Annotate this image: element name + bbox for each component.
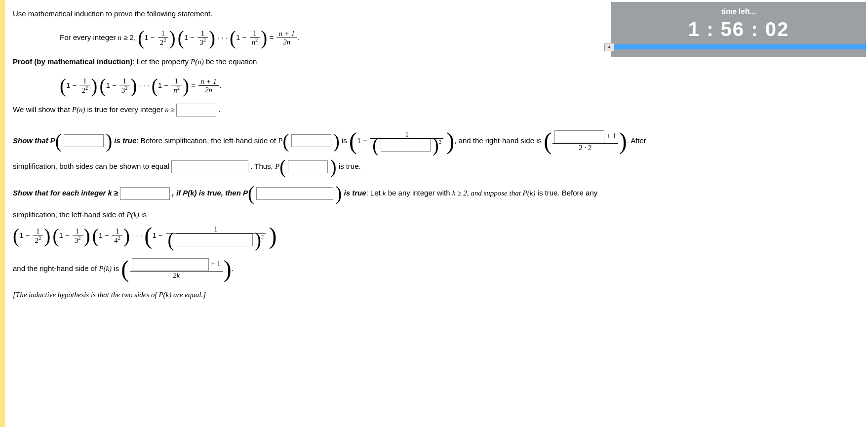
input-rhs-k-num[interactable] bbox=[132, 258, 209, 271]
inductive-rhs-line: and the right-hand side of P(k) is ( + 1… bbox=[13, 258, 862, 280]
show-that-p: Show that P bbox=[13, 136, 55, 144]
n1: 1 bbox=[144, 33, 148, 41]
paren: ( bbox=[178, 27, 184, 48]
frac: 1n2 bbox=[250, 29, 260, 47]
input-n-start[interactable] bbox=[176, 104, 216, 116]
input-base-p-arg1[interactable] bbox=[64, 134, 104, 147]
frac: 122 bbox=[158, 29, 168, 47]
base-case-line: Show that P( ) is true: Before simplific… bbox=[13, 130, 862, 152]
paren: ) bbox=[169, 27, 176, 48]
base-case-line-2: simplification, both sides can be shown … bbox=[13, 160, 862, 173]
txt: ≥ 2, bbox=[123, 33, 138, 41]
proof-intro: Proof (by mathematical induction): Let t… bbox=[13, 56, 862, 68]
proof-label: Proof (by mathematical induction) bbox=[13, 57, 133, 66]
show-for-all-line: We will show that P(n) is true for every… bbox=[13, 104, 862, 116]
accent-bar bbox=[0, 0, 5, 427]
pn-equation: (1 − 122) (1 − 132) · · · (1 − 1n2) = n … bbox=[60, 77, 862, 95]
frac: 132 bbox=[197, 29, 208, 47]
input-k-lower[interactable] bbox=[120, 187, 170, 200]
paren: ( bbox=[230, 27, 236, 48]
txt: For every integer bbox=[60, 33, 118, 41]
input-base-p-arg2[interactable] bbox=[291, 134, 331, 147]
inductive-lhs-expr: (1 − 122) (1 − 132) (1 − 142) · · · (1 −… bbox=[13, 225, 862, 247]
instruction: Use mathematical induction to prove the … bbox=[13, 8, 862, 20]
inductive-step-line: Show that for each integer k ≥ , if P(k)… bbox=[13, 187, 862, 200]
input-base-rhs-num[interactable] bbox=[554, 130, 604, 143]
inductive-hypothesis-note: [The inductive hypothesis is that the tw… bbox=[13, 289, 862, 301]
question-content: Use mathematical induction to prove the … bbox=[9, 0, 868, 310]
input-base-denom[interactable] bbox=[381, 139, 431, 152]
statement-equation: For every integer n ≥ 2, (1 − 122) (1 − … bbox=[60, 29, 862, 47]
paren: ) bbox=[209, 27, 215, 48]
paren: ( bbox=[138, 27, 144, 48]
input-base-p-arg3[interactable] bbox=[288, 160, 328, 173]
minus: − bbox=[149, 33, 157, 41]
paren: ) bbox=[261, 27, 267, 48]
var-n: n bbox=[118, 34, 122, 41]
eq: = bbox=[269, 33, 276, 41]
frac: n + 12n bbox=[276, 30, 297, 46]
input-p-k-plus-1[interactable] bbox=[256, 187, 333, 200]
dots: · · · bbox=[217, 33, 230, 41]
input-lhs-k-denom[interactable] bbox=[176, 233, 253, 246]
inductive-lhs-label: simplification, the left-hand side of P(… bbox=[13, 209, 862, 221]
input-both-equal[interactable] bbox=[171, 160, 248, 173]
